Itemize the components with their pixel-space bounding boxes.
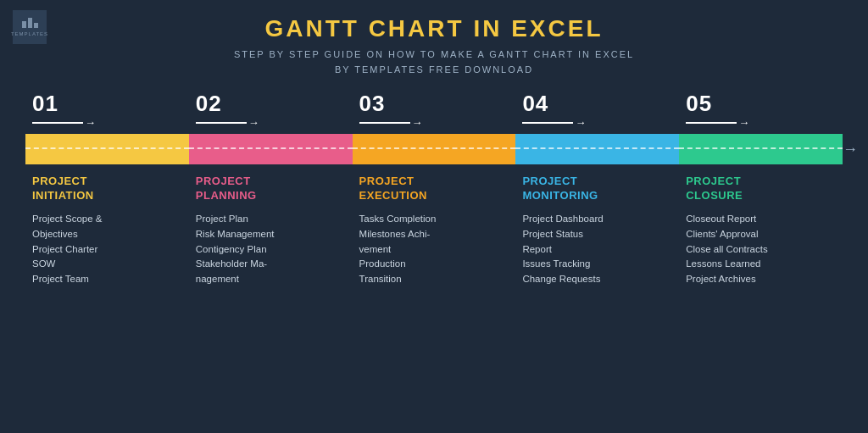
list-item: Project Status [522,227,672,242]
bar-end-arrow: → [843,141,858,158]
list-item: Production [359,257,509,272]
color-bar: → [25,134,843,164]
list-item: Project Scope & [32,212,182,227]
steps-content: PROJECTINITIATIONProject Scope &Objectiv… [25,166,843,287]
phase-items-4: Project DashboardProject StatusReportIss… [522,212,672,287]
phase-title-4: PROJECTMONITORING [522,175,672,203]
color-segment-3 [353,134,516,164]
list-item: Change Requests [522,272,672,287]
list-item: vement [359,242,509,258]
color-segment-2 [189,134,353,164]
main-title: GANTT CHART IN EXCEL [0,15,868,42]
list-item: SOW [32,257,182,272]
list-item: Lessons Learned [686,257,836,272]
step-arrow-2: → [196,116,259,129]
phase-items-2: Project PlanRisk ManagementContigency Pl… [196,212,346,287]
list-item: Project Dashboard [522,212,672,227]
color-segment-5: → [679,134,843,164]
step-content-col-1: PROJECTINITIATIONProject Scope &Objectiv… [25,175,189,287]
step-number-col-1: 01 → [25,92,189,129]
list-item: Project Charter [32,242,182,258]
logo: TEMPLATES [13,10,47,44]
phase-items-1: Project Scope &ObjectivesProject Charter… [32,212,182,287]
step-arrow-3: → [359,116,423,129]
list-item: Project Archives [686,272,836,287]
list-item: Issues Tracking [522,257,672,272]
steps-numbers: 01 → 02 → 03 → 04 → 05 → [25,92,843,134]
step-number-1: 01 [32,92,58,114]
step-content-col-4: PROJECTMONITORINGProject DashboardProjec… [515,175,679,287]
list-item: Project Team [32,272,182,287]
step-arrow-4: → [522,116,586,129]
list-item: Closeout Report [686,212,836,227]
phase-title-1: PROJECTINITIATION [32,175,182,203]
list-item: Clients' Approval [686,227,836,242]
step-number-col-4: 04 → [515,92,679,129]
step-number-3: 03 [359,92,386,114]
header: GANTT CHART IN EXCEL STEP BY STEP GUIDE … [0,0,868,77]
list-item: Project Plan [196,212,346,227]
step-content-col-3: PROJECTEXECUTIONTasks CompletionMileston… [353,175,516,287]
list-item: nagement [196,272,346,287]
step-arrow-5: → [686,116,749,129]
step-number-5: 05 [686,92,712,114]
list-item: Risk Management [196,227,346,242]
subtitle: STEP BY STEP GUIDE ON HOW TO MAKE A GANT… [0,47,868,77]
list-item: Transition [359,272,509,287]
phase-title-2: PROJECTPLANNING [196,175,346,203]
logo-text: TEMPLATES [11,31,48,36]
phase-title-3: PROJECTEXECUTION [359,175,509,203]
color-segment-1 [25,134,189,164]
phase-items-3: Tasks CompletionMilestones Achi-vementPr… [359,212,509,287]
step-number-col-3: 03 → [353,92,516,129]
color-segment-4 [515,134,679,164]
phase-items-5: Closeout ReportClients' ApprovalClose al… [686,212,836,287]
list-item: Milestones Achi- [359,227,509,242]
list-item: Close all Contracts [686,242,836,258]
step-number-2: 02 [196,92,222,114]
phase-title-5: PROJECTCLOSURE [686,175,836,203]
list-item: Stakeholder Ma- [196,257,346,272]
step-number-col-2: 02 → [189,92,353,129]
step-arrow-1: → [32,116,96,129]
list-item: Objectives [32,227,182,242]
list-item: Tasks Completion [359,212,509,227]
list-item: Report [522,242,672,258]
timeline-section: 01 → 02 → 03 → 04 → 05 → → PROJECTINITIA… [0,92,868,287]
step-content-col-2: PROJECTPLANNINGProject PlanRisk Manageme… [189,175,353,287]
list-item: Contigency Plan [196,242,346,258]
step-content-col-5: PROJECTCLOSURECloseout ReportClients' Ap… [679,175,843,287]
step-number-4: 04 [522,92,548,114]
step-number-col-5: 05 → [679,92,843,129]
